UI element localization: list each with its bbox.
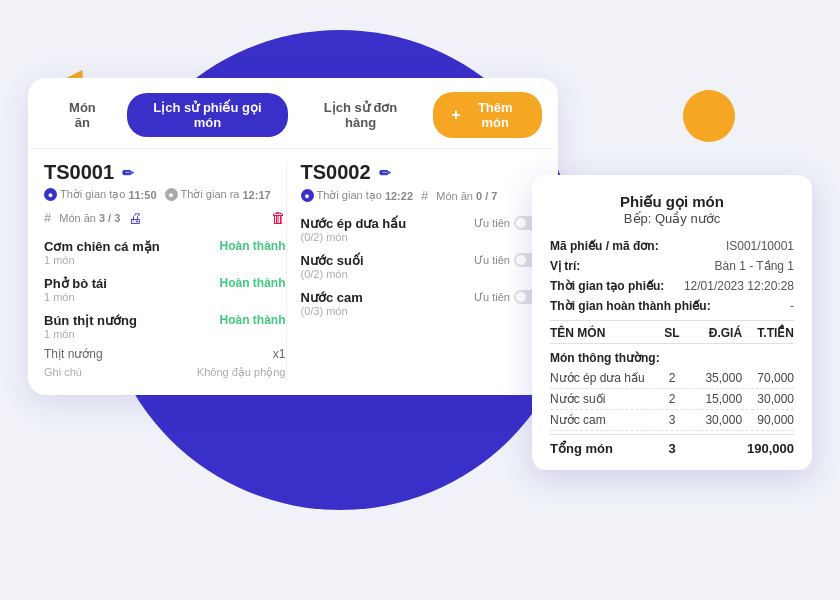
tab-lich-su-don-hang[interactable]: Lịch sử đơn hàng xyxy=(294,93,427,137)
receipt-section-label: Món thông thường: xyxy=(550,348,794,368)
order-ts0001: TS0001 ✏ ● Thời gian tạo 11:50 ● Thời gi… xyxy=(44,161,286,379)
hash-1: # xyxy=(44,210,51,225)
delete-icon-1[interactable]: 🗑 xyxy=(271,209,286,226)
receipt-field-1: Vị trí: Bàn 1 - Tầng 1 xyxy=(550,256,794,276)
plus-icon: + xyxy=(451,106,460,124)
edit-icon-2[interactable]: ✏ xyxy=(379,165,391,181)
receipt-card: Phiếu gọi món Bếp: Quầy nước Mã phiếu / … xyxy=(532,175,812,470)
clock-icon-2: ● xyxy=(301,189,314,202)
order-meta-2: ● Thời gian tạo 12:22 # Món ăn 0 / 7 xyxy=(301,188,543,203)
edit-icon-1[interactable]: ✏ xyxy=(122,165,134,181)
receipt-item-0: Nước ép dưa hấu 2 35,000 70,000 xyxy=(550,368,794,389)
tab-mon-an[interactable]: Món ăn xyxy=(44,93,121,137)
sub-item-row: Thịt nướng x1 xyxy=(44,345,286,363)
receipt-total-row: Tổng món 3 190,000 xyxy=(550,434,794,456)
receipt-item-1: Nước suối 2 15,000 30,000 xyxy=(550,389,794,410)
list-item: Nước ép dưa hấu (0/2) món Ưu tiên xyxy=(301,211,543,248)
hash-2: # xyxy=(421,188,428,203)
list-item: Cơm chiên cá mặn 1 món Hoàn thành xyxy=(44,234,286,271)
receipt-field-3: Thời gian hoàn thành phiếu: - xyxy=(550,296,794,316)
order-id-2: TS0002 ✏ xyxy=(301,161,543,184)
order-meta-1: ● Thời gian tạo 11:50 ● Thời gian ra 12:… xyxy=(44,188,286,226)
add-mon-button[interactable]: + Thêm món xyxy=(433,92,542,138)
list-item: Phở bò tái 1 món Hoàn thành xyxy=(44,271,286,308)
receipt-table-header: TÊN MÓN SL Đ.GIÁ T.TIỀN xyxy=(550,320,794,344)
meta-created-1: ● Thời gian tạo 11:50 xyxy=(44,188,157,201)
receipt-subtitle: Bếp: Quầy nước xyxy=(550,211,794,226)
list-item: Bún thịt nướng 1 món Hoàn thành xyxy=(44,308,286,345)
tab-lich-su-phieu[interactable]: Lịch sử phiếu gọi món xyxy=(127,93,288,137)
orders-row: TS0001 ✏ ● Thời gian tạo 11:50 ● Thời gi… xyxy=(28,149,558,379)
meta-dish-2: Món ăn 0 / 7 xyxy=(436,190,497,202)
note-row: Ghi chú Không đậu phộng xyxy=(44,363,286,379)
meta-created-2: ● Thời gian tạo 12:22 xyxy=(301,189,414,202)
order-items-1: Cơm chiên cá mặn 1 món Hoàn thành Phở bò… xyxy=(44,234,286,379)
print-icon-1[interactable]: 🖨 xyxy=(128,210,142,226)
order-id-1: TS0001 ✏ xyxy=(44,161,286,184)
meta-out-1: ● Thời gian ra 12:17 xyxy=(165,188,271,201)
clock-icon-1: ● xyxy=(44,188,57,201)
list-item: Nước suối (0/2) món Ưu tiên xyxy=(301,248,543,285)
tabs-bar: Món ăn Lịch sử phiếu gọi món Lịch sử đơn… xyxy=(28,78,558,149)
order-items-2: Nước ép dưa hấu (0/2) món Ưu tiên Nước s… xyxy=(301,211,543,322)
receipt-title: Phiếu gọi món xyxy=(550,193,794,211)
receipt-field-2: Thời gian tạo phiếu: 12/01/2023 12:20:28 xyxy=(550,276,794,296)
receipt-field-0: Mã phiếu / mã đơn: IS001/10001 xyxy=(550,236,794,256)
orange-circle-decoration xyxy=(683,90,735,142)
receipt-item-2: Nước cam 3 30,000 90,000 xyxy=(550,410,794,431)
meta-dish-1: Món ăn 3 / 3 xyxy=(59,212,120,224)
main-card: Món ăn Lịch sử phiếu gọi món Lịch sử đơn… xyxy=(28,78,558,395)
clock-out-icon-1: ● xyxy=(165,188,178,201)
order-ts0002: TS0002 ✏ ● Thời gian tạo 12:22 # Món ăn … xyxy=(286,161,543,379)
list-item: Nước cam (0/3) món Ưu tiên xyxy=(301,285,543,322)
